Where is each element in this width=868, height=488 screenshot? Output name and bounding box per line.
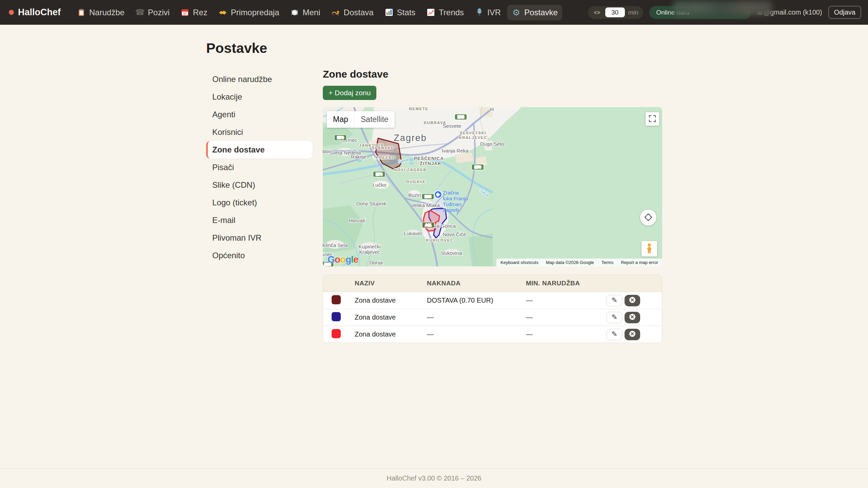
table-row: Zona dostaveDOSTAVA (0.70 EUR)—✎: [323, 292, 662, 309]
phone-icon: ☎: [135, 8, 144, 17]
logo-dot-icon: [9, 10, 14, 15]
column-header-naziv: NAZIV: [355, 280, 427, 287]
street-view-pegman-button[interactable]: [642, 241, 657, 257]
terms-link[interactable]: Terms: [601, 260, 613, 265]
map-label: Buzin: [408, 192, 421, 198]
table-row: Zona dostave——✎: [323, 326, 662, 343]
zone-color-swatch: [332, 312, 341, 321]
map-canvas[interactable]: ✈ ZagrebREMETEDUBRAVASesveteSESVETSKIKRA…: [323, 107, 662, 266]
road-badge-e70: E70: [472, 164, 484, 170]
nav-item-rez[interactable]: 17Rez: [176, 5, 212, 20]
google-logo[interactable]: Google: [328, 254, 358, 265]
table-header-row: NAZIV NAKNADA MIN. NARUDŽBA: [323, 275, 662, 292]
edit-zone-button[interactable]: ✎: [607, 329, 622, 340]
zone-name-cell: Zona dostave: [355, 330, 427, 338]
dining-icon: [290, 8, 299, 17]
map-label: SESVETSKI: [460, 131, 486, 135]
nav-item-ivr[interactable]: IVR: [470, 5, 505, 20]
pencil-icon: ✎: [611, 313, 617, 321]
sidebar-item-lokacije[interactable]: Lokacije: [206, 88, 313, 106]
map-label: KURILOVEC: [426, 238, 453, 242]
nav-item-label: Trends: [439, 8, 464, 17]
zone-min-order-cell: —: [526, 313, 597, 321]
satellite-view-button[interactable]: Satellite: [354, 111, 395, 128]
privacy-blur: [673, 1, 772, 15]
sidebar-item-op-enito[interactable]: Općenito: [206, 247, 313, 264]
delete-zone-button[interactable]: [625, 329, 640, 340]
edit-zone-button[interactable]: ✎: [607, 312, 622, 323]
airport-name-label: Zračnaluka FranjoTuđmanZagreb: [443, 190, 468, 213]
circle-x-icon: [629, 313, 636, 322]
app-name: HalloChef: [18, 7, 61, 18]
column-header-min-narudzba: MIN. NARUDŽBA: [526, 280, 597, 287]
sidebar-item-logo-ticket[interactable]: Logo (ticket): [206, 194, 313, 211]
nav-item-meni[interactable]: Meni: [286, 5, 325, 20]
sidebar-item-e-mail[interactable]: E-mail: [206, 211, 313, 229]
edit-zone-button[interactable]: ✎: [607, 295, 622, 306]
keyboard-shortcuts-link[interactable]: Keyboard shortcuts: [500, 260, 538, 265]
svg-text:✈: ✈: [436, 192, 440, 197]
svg-text:E65: E65: [425, 195, 431, 199]
nav-item-dostava[interactable]: Dostava: [327, 5, 378, 20]
settings-page: Postavke Online narudžbeLokacijeAgentiKo…: [0, 25, 868, 468]
sidebar-item-online-narud-be[interactable]: Online narudžbe: [206, 70, 313, 88]
svg-text:E70: E70: [376, 172, 382, 176]
map-label: H: [490, 107, 494, 112]
map-label: PEŠČENICA: [414, 156, 444, 161]
map-label: Dugo Selo: [480, 141, 504, 147]
sidebar-item-agenti[interactable]: Agenti: [206, 106, 313, 123]
nav-item-label: IVR: [487, 8, 501, 17]
map-type-control: Map Satellite: [327, 111, 395, 128]
map-label: Kraljevec: [359, 249, 380, 255]
map-label: KRALJEVEC: [459, 136, 487, 140]
sidebar-item-zone-dostave[interactable]: Zone dostave: [206, 141, 313, 159]
nav-item-label: Rez: [193, 8, 208, 17]
sidebar-item-slike-cdn[interactable]: Slike (CDN): [206, 176, 313, 194]
nav-item-stats[interactable]: Stats: [380, 5, 420, 20]
pan-control-button[interactable]: [640, 209, 656, 226]
nav-item-pozivi[interactable]: ☎Pozivi: [131, 5, 174, 20]
delete-zone-button[interactable]: [625, 295, 640, 306]
nav-item-postavke[interactable]: ⚙Postavke: [507, 5, 562, 20]
fullscreen-button[interactable]: [646, 112, 659, 126]
nav-item-primopredaja[interactable]: Primopredaja: [214, 5, 284, 20]
nav-item-label: Dostava: [344, 8, 374, 17]
zone-fee-cell: DOSTAVA (0.70 EUR): [427, 297, 526, 304]
nav-item-label: Pozivi: [148, 8, 170, 17]
logout-button[interactable]: Odjava: [828, 6, 861, 19]
map-label: PREČKO: [376, 156, 396, 160]
nav-item-narud-be[interactable]: Narudžbe: [72, 5, 129, 20]
map-label: Lukavec: [404, 230, 423, 236]
map-label: NOVI ZAGREB: [394, 168, 427, 172]
app-logo[interactable]: HalloChef: [9, 7, 61, 18]
delay-timer-group: min: [588, 6, 644, 19]
table-row: Zona dostave——✎: [323, 309, 662, 326]
svg-text:E65: E65: [457, 115, 464, 119]
delivery-zones-map[interactable]: ✈ ZagrebREMETEDUBRAVASesveteSESVETSKIKRA…: [323, 107, 662, 266]
map-label: ŠPANSKO: [372, 146, 395, 150]
map-label: Kupinečki: [358, 244, 380, 249]
zone-color-swatch: [332, 295, 341, 304]
sidebar-item-pisa-i[interactable]: Pisači: [206, 159, 313, 176]
delete-zone-button[interactable]: [625, 312, 640, 323]
sidebar-item-korisnici[interactable]: Korisnici: [206, 123, 313, 141]
map-label: Novo Čiče: [442, 231, 466, 237]
delay-minutes-input[interactable]: [605, 7, 625, 17]
nav-item-label: Narudžbe: [89, 8, 124, 17]
report-map-error-link[interactable]: Report a map error: [621, 260, 658, 265]
eye-icon: [593, 8, 602, 17]
map-label: Horvati: [349, 218, 365, 223]
circle-x-icon: [629, 296, 636, 305]
map-view-button[interactable]: Map: [327, 111, 354, 128]
map-label: DUGAVE: [406, 180, 426, 184]
map-label: Ivanja Reka: [441, 148, 469, 154]
column-header-naknada: NAKNADA: [427, 280, 526, 287]
map-label: Klinča Sela: [323, 242, 348, 248]
zone-name-cell: Zona dostave: [355, 313, 427, 321]
add-zone-button[interactable]: + Dodaj zonu: [323, 86, 376, 100]
nav-item-trends[interactable]: Trends: [422, 5, 468, 20]
zone-color-swatch: [332, 329, 341, 338]
sidebar-item-plivoman-ivr[interactable]: Plivoman IVR: [206, 229, 313, 247]
gear-icon: ⚙: [512, 8, 521, 17]
microphone-icon: [475, 8, 484, 17]
